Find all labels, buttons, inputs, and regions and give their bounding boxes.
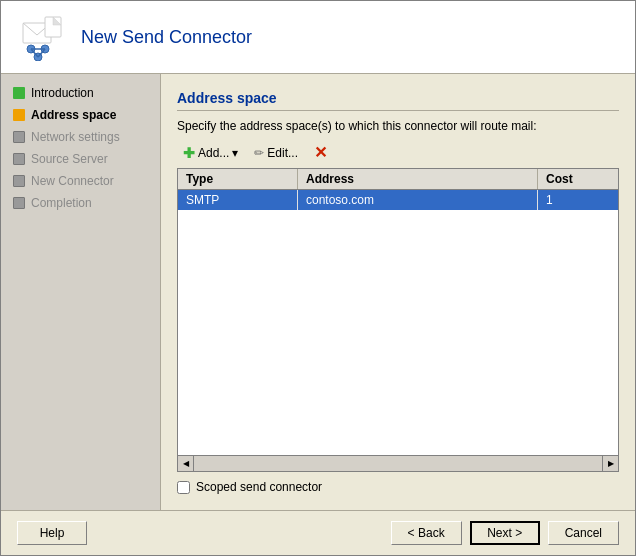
scoped-connector-label[interactable]: Scoped send connector: [196, 480, 322, 494]
dialog-title: New Send Connector: [81, 27, 252, 48]
dialog: New Send Connector Introduction Address …: [0, 0, 636, 556]
sidebar-item-source-server[interactable]: Source Server: [1, 148, 160, 170]
add-icon: ✚: [183, 145, 195, 161]
dialog-body: Introduction Address space Network setti…: [1, 74, 635, 510]
sidebar-dot-network-settings: [13, 131, 25, 143]
delete-icon: ✕: [314, 143, 327, 162]
sidebar: Introduction Address space Network setti…: [1, 74, 161, 510]
sidebar-label-source-server: Source Server: [31, 152, 108, 166]
next-button[interactable]: Next >: [470, 521, 540, 545]
sidebar-dot-introduction: [13, 87, 25, 99]
cell-address: contoso.com: [298, 190, 538, 210]
table-row[interactable]: SMTP contoso.com 1: [178, 190, 618, 210]
cell-cost: 1: [538, 190, 618, 210]
help-button[interactable]: Help: [17, 521, 87, 545]
sidebar-item-network-settings[interactable]: Network settings: [1, 126, 160, 148]
col-cost: Cost: [538, 169, 618, 189]
sidebar-item-completion[interactable]: Completion: [1, 192, 160, 214]
scoped-connector-row: Scoped send connector: [177, 480, 619, 494]
sidebar-item-introduction[interactable]: Introduction: [1, 82, 160, 104]
table-header: Type Address Cost: [178, 169, 618, 190]
sidebar-label-completion: Completion: [31, 196, 92, 210]
sidebar-dot-source-server: [13, 153, 25, 165]
sidebar-label-introduction: Introduction: [31, 86, 94, 100]
add-dropdown-icon: ▾: [232, 146, 238, 160]
dialog-header: New Send Connector: [1, 1, 635, 74]
section-title: Address space: [177, 90, 619, 111]
connector-icon: [17, 13, 65, 61]
sidebar-label-network-settings: Network settings: [31, 130, 120, 144]
scroll-left-button[interactable]: ◀: [178, 456, 194, 472]
toolbar: ✚ Add... ▾ ✏ Edit... ✕: [177, 141, 619, 164]
back-button[interactable]: < Back: [391, 521, 462, 545]
sidebar-item-new-connector[interactable]: New Connector: [1, 170, 160, 192]
col-type: Type: [178, 169, 298, 189]
cancel-button[interactable]: Cancel: [548, 521, 619, 545]
footer-right: < Back Next > Cancel: [391, 521, 619, 545]
horizontal-scrollbar[interactable]: ◀ ▶: [178, 455, 618, 471]
dialog-footer: Help < Back Next > Cancel: [1, 510, 635, 555]
scroll-track[interactable]: [194, 456, 602, 472]
address-table: Type Address Cost SMTP contoso.com 1 ◀ ▶: [177, 168, 619, 472]
add-label: Add...: [198, 146, 229, 160]
sidebar-dot-address-space: [13, 109, 25, 121]
edit-button[interactable]: ✏ Edit...: [248, 144, 304, 162]
sidebar-label-new-connector: New Connector: [31, 174, 114, 188]
delete-button[interactable]: ✕: [308, 141, 333, 164]
sidebar-dot-new-connector: [13, 175, 25, 187]
cell-type: SMTP: [178, 190, 298, 210]
edit-label: Edit...: [267, 146, 298, 160]
sidebar-dot-completion: [13, 197, 25, 209]
main-content: Address space Specify the address space(…: [161, 74, 635, 510]
sidebar-label-address-space: Address space: [31, 108, 116, 122]
scroll-right-button[interactable]: ▶: [602, 456, 618, 472]
footer-left: Help: [17, 521, 87, 545]
description-text: Specify the address space(s) to which th…: [177, 119, 619, 133]
table-body: SMTP contoso.com 1: [178, 190, 618, 455]
scoped-connector-checkbox[interactable]: [177, 481, 190, 494]
sidebar-item-address-space[interactable]: Address space: [1, 104, 160, 126]
edit-icon: ✏: [254, 146, 264, 160]
add-button[interactable]: ✚ Add... ▾: [177, 143, 244, 163]
col-address: Address: [298, 169, 538, 189]
